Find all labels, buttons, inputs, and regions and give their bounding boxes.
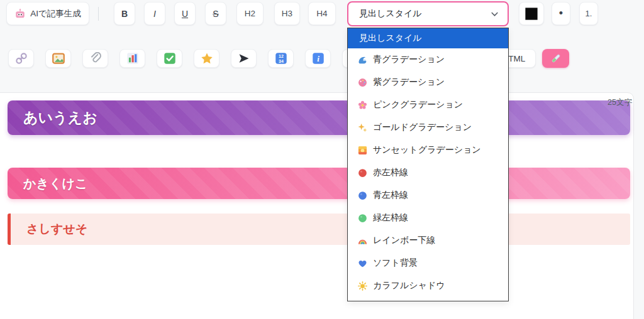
magic-style-button[interactable] (542, 49, 569, 68)
image-icon (52, 52, 65, 65)
menu-item-label: 紫グラデーション (373, 77, 445, 88)
sunset-icon (358, 146, 367, 155)
format-button-bold[interactable]: B (114, 2, 135, 25)
toolbar-row-2: 1234i (8, 49, 368, 68)
character-counter: 25文字 (608, 97, 632, 108)
insert-button-bar-chart[interactable] (119, 49, 145, 68)
menu-item-label: 青グラデーション (373, 54, 445, 65)
menu-item-sun[interactable]: カラフルシャドウ (348, 274, 508, 297)
menu-item-palette[interactable]: 紫グラデーション (348, 71, 508, 94)
menu-item-label: 赤左枠線 (373, 167, 408, 178)
ai-article-button[interactable]: AIで記事生成 (6, 2, 89, 25)
menu-item-selected[interactable]: 見出しスタイル (348, 28, 508, 48)
heading-block-purple-gradient[interactable]: あいうえお (8, 100, 630, 135)
insert-button-star[interactable] (194, 49, 219, 68)
insert-button-paperclip[interactable] (82, 49, 108, 68)
robot-icon (14, 8, 26, 19)
star-icon (201, 52, 213, 65)
format-button-h4[interactable]: H4 (308, 2, 336, 25)
svg-text:34: 34 (279, 59, 284, 63)
menu-item-blue-circle[interactable]: 青左枠線 (348, 184, 508, 207)
svg-text:12: 12 (279, 54, 284, 58)
heading-block-pink-gradient[interactable]: かきくけこ (8, 168, 630, 199)
palette-icon (358, 78, 367, 87)
wave-icon (358, 55, 367, 65)
menu-item-label: レインボー下線 (373, 235, 435, 246)
menu-item-label: ゴールドグラデーション (373, 122, 472, 133)
insert-button-check[interactable] (157, 49, 182, 68)
link-icon (15, 52, 28, 65)
insert-button-input-numbers[interactable]: 1234 (268, 49, 294, 68)
menu-item-label: ピンクグラデーション (373, 99, 463, 111)
input-numbers-icon: 1234 (275, 52, 287, 65)
ordered-list-button[interactable]: 1. (579, 2, 598, 25)
insert-button-image[interactable] (45, 49, 71, 68)
toolbar-row-1: AIで記事生成 BIUSH2H3H4 見出しスタイル • 1. (6, 2, 598, 26)
insert-button-send[interactable] (231, 49, 257, 68)
format-button-h3[interactable]: H3 (274, 2, 300, 25)
heading-style-menu: 見出しスタイル 青グラデーション紫グラデーションピンクグラデーションゴールドグラ… (347, 28, 509, 301)
menu-item-label: サンセットグラデーション (373, 144, 481, 156)
menu-item-rainbow[interactable]: レインボー下線 (348, 229, 508, 252)
menu-item-label: 青左枠線 (373, 190, 408, 201)
black-block-button[interactable] (519, 2, 544, 25)
bar-chart-icon (126, 52, 139, 65)
info-icon: i (312, 52, 325, 65)
blue-heart-icon (358, 259, 367, 268)
heading-block-red-left-border[interactable]: さしすせそ (8, 214, 630, 245)
insert-button-info[interactable]: i (305, 49, 331, 68)
format-button-h2[interactable]: H2 (236, 2, 264, 25)
menu-item-label: 緑左枠線 (373, 212, 408, 224)
menu-item-red-circle[interactable]: 赤左枠線 (348, 161, 508, 184)
menu-item-sunset[interactable]: サンセットグラデーション (348, 139, 508, 161)
check-icon (164, 52, 176, 65)
test-tube-icon (550, 53, 562, 64)
blossom-icon (358, 100, 367, 110)
menu-item-label: カラフルシャドウ (373, 280, 445, 291)
menu-item-green-circle[interactable]: 緑左枠線 (348, 207, 508, 229)
rainbow-icon (358, 236, 367, 246)
format-button-italic[interactable]: I (144, 2, 165, 25)
menu-item-blue-heart[interactable]: ソフト背景 (348, 252, 508, 274)
sun-icon (358, 281, 367, 291)
editor-page: AIで記事生成 BIUSH2H3H4 見出しスタイル • 1. 1234i HT… (0, 0, 644, 319)
format-button-group: BIUSH2H3H4 (114, 2, 347, 25)
ai-article-button-label: AIで記事生成 (30, 8, 81, 19)
bullet-list-button[interactable]: • (552, 2, 570, 25)
black-square-icon (525, 7, 538, 21)
sparkles-icon (358, 123, 367, 132)
insert-button-link[interactable] (8, 49, 34, 68)
blue-circle-icon (358, 191, 367, 200)
heading-style-select[interactable]: 見出しスタイル (347, 1, 509, 26)
menu-item-blossom[interactable]: ピンクグラデーション (348, 94, 508, 116)
red-circle-icon (358, 168, 367, 178)
green-circle-icon (358, 214, 367, 223)
send-icon (238, 52, 250, 65)
paperclip-icon (89, 52, 102, 65)
chevron-down-icon (490, 9, 499, 19)
heading-style-select-value: 見出しスタイル (359, 8, 490, 19)
svg-text:i: i (317, 54, 319, 63)
toolbar-divider (98, 7, 99, 21)
format-button-strikethrough[interactable]: S (205, 2, 226, 25)
menu-item-label: ソフト背景 (373, 257, 418, 269)
menu-item-wave[interactable]: 青グラデーション (348, 48, 508, 71)
menu-item-sparkles[interactable]: ゴールドグラデーション (348, 116, 508, 139)
format-button-underline[interactable]: U (174, 2, 196, 25)
